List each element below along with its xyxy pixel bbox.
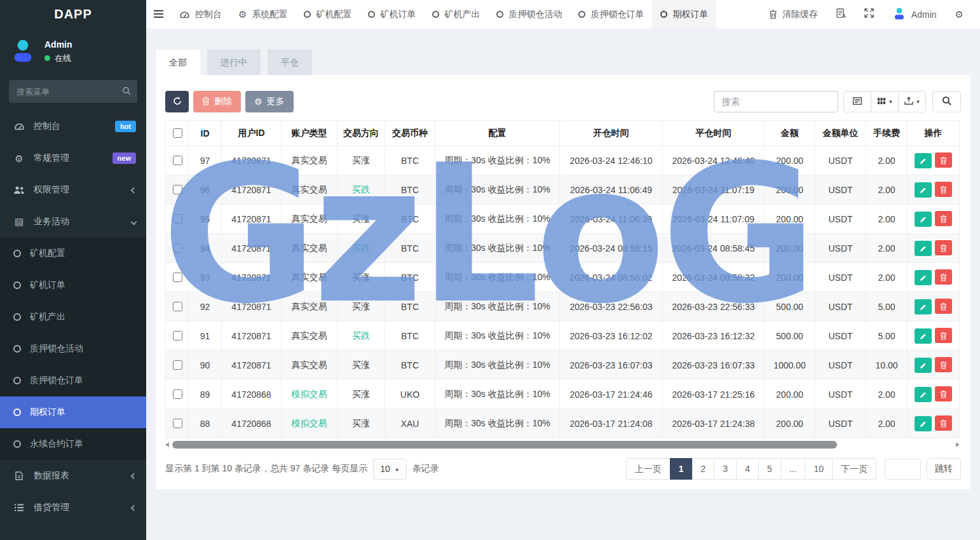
cell-account-type: 模拟交易 [282,380,337,409]
edit-button[interactable] [915,270,932,285]
sidebar-menu-bottom: 数据报表借贷管理 [0,460,146,523]
jump-page-input[interactable] [885,459,921,480]
row-checkbox[interactable] [173,360,182,370]
topnav-item-miner-output[interactable]: 矿机产出 [424,0,488,29]
more-button[interactable]: ⚙ 更多 [245,91,294,112]
pagination-prev[interactable]: 上一页 [626,458,670,480]
row-checkbox[interactable] [173,214,182,224]
row-checkbox[interactable] [173,302,182,311]
user-status-label: 在线 [55,53,71,64]
sidebar-item-loan-management[interactable]: 借贷管理 [0,492,146,523]
edit-button[interactable] [915,212,932,227]
sidebar-subitem-stake-orders[interactable]: 质押锁仓订单 [0,365,146,396]
chevron-left-icon [131,504,137,511]
cell-unit: USDT [815,205,866,234]
export-button[interactable]: ▾ [898,91,926,112]
row-checkbox[interactable] [173,389,182,399]
language-button[interactable]: A [829,0,854,29]
select-all-checkbox[interactable] [173,128,182,138]
sidebar-item-business-activity[interactable]: ▤业务活动 [0,206,146,238]
scrollbar-thumb[interactable] [172,441,837,449]
row-checkbox-cell [166,175,189,205]
cell-amount: 500.00 [765,321,815,351]
detail-view-button[interactable] [843,91,871,112]
search-submit-button[interactable] [932,91,961,112]
settings-button[interactable]: ⚙ [948,0,971,29]
topnav-item-stake-orders[interactable]: 质押锁仓订单 [570,0,652,29]
sidebar-subitem-miner-config[interactable]: 矿机配置 [0,238,146,269]
sidebar-subitem-stake-activity[interactable]: 质押锁仓活动 [0,333,146,365]
edit-button[interactable] [915,387,932,402]
edit-button[interactable] [915,299,932,314]
row-checkbox[interactable] [173,185,182,194]
delete-row-button[interactable] [935,269,952,285]
delete-row-button[interactable] [935,328,952,343]
sidebar-subitem-miner-output[interactable]: 矿机产出 [0,301,146,333]
row-checkbox[interactable] [173,419,182,428]
pagination-page-...[interactable]: ... [780,458,806,480]
refresh-button[interactable] [165,91,189,112]
pagination-page-4[interactable]: 4 [736,458,759,480]
delete-row-button[interactable] [935,182,952,197]
clear-cache-button[interactable]: 清除缓存 [761,9,826,20]
sidebar-item-general-management[interactable]: ⚙常规管理new [0,142,146,174]
sidebar-search-input[interactable] [9,80,137,103]
tab-running[interactable]: 进行中 [207,50,261,75]
sidebar-item-dashboard[interactable]: 控制台hot [0,111,146,142]
sidebar-toggle-button[interactable] [146,0,171,29]
column-header: 配置 [435,121,560,146]
sidebar-item-label: 借贷管理 [34,502,69,513]
delete-row-button[interactable] [935,386,952,402]
delete-row-button[interactable] [935,415,952,431]
tab-all[interactable]: 全部 [156,50,200,75]
delete-button[interactable]: 删除 [193,91,241,112]
pagination-page-3[interactable]: 3 [714,458,737,480]
pagination-page-5[interactable]: 5 [758,458,781,480]
sidebar-subitem-miner-orders[interactable]: 矿机订单 [0,269,146,301]
delete-row-button[interactable] [935,240,952,255]
detail-view-icon [853,96,862,107]
topnav-item-miner-orders[interactable]: 矿机订单 [360,0,424,29]
delete-row-button[interactable] [935,211,952,226]
topnav-item-option-orders[interactable]: 期权订单 [652,0,716,29]
topnav-item-miner-config[interactable]: 矿机配置 [296,0,360,29]
row-checkbox[interactable] [173,243,182,253]
edit-button[interactable] [915,358,932,373]
sidebar-item-label: 控制台 [34,121,60,132]
page-size-dropdown[interactable]: 10 ▲ [373,459,407,480]
edit-button[interactable] [915,153,932,168]
pagination-next[interactable]: 下一页 [832,458,876,480]
tab-closed[interactable]: 平仓 [268,50,312,75]
edit-button[interactable] [915,241,932,256]
row-checkbox[interactable] [173,331,182,341]
sidebar-item-permission-management[interactable]: 权限管理 [0,174,146,206]
edit-button[interactable] [915,416,932,431]
topnav-item-stake-activity[interactable]: 质押锁仓活动 [488,0,570,29]
topnav-item-system-config[interactable]: ⚙系统配置 [230,0,296,29]
sidebar-subitem-option-orders[interactable]: 期权订单 [0,396,146,428]
circle-icon [304,11,311,18]
delete-row-button[interactable] [935,299,952,314]
edit-button[interactable] [915,182,932,198]
pagination-page-1[interactable]: 1 [670,458,693,480]
delete-row-button[interactable] [935,357,952,372]
cell-config: 周期：30s 收益比例：10% [435,321,560,351]
clear-cache-label: 清除缓存 [782,9,818,20]
sidebar-subitem-perpetual-orders[interactable]: 永续合约订单 [0,428,146,460]
jump-button[interactable]: 跳转 [927,458,961,480]
columns-button[interactable]: ▾ [871,91,899,112]
row-checkbox[interactable] [173,156,182,165]
table-search-input[interactable] [714,91,838,112]
sidebar-item-data-reports[interactable]: 数据报表 [0,460,146,492]
pagination-page-10[interactable]: 10 [805,458,833,480]
topnav-item-dashboard[interactable]: 控制台 [171,0,230,29]
delete-row-button[interactable] [935,152,952,168]
scroll-right-arrow-icon[interactable] [956,442,960,447]
table-header-row: ID用户ID账户类型交易方向交易币种配置开仓时间平仓时间金额金额单位手续费操作 [166,121,960,146]
fullscreen-button[interactable] [857,0,881,29]
user-menu[interactable]: Admin [884,6,945,22]
row-checkbox[interactable] [173,273,182,282]
scroll-left-arrow-icon[interactable] [165,442,169,447]
edit-button[interactable] [915,328,932,344]
pagination-page-2[interactable]: 2 [692,458,715,480]
